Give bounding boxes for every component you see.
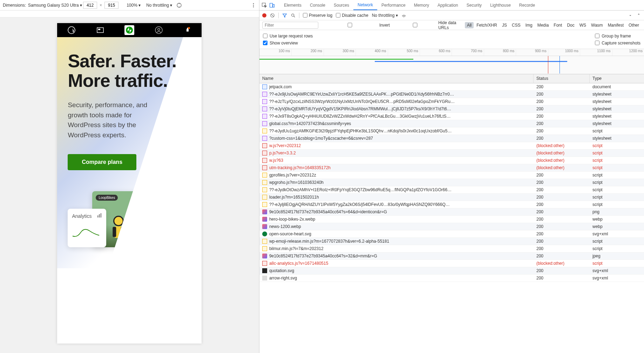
- reader-icon[interactable]: [96, 26, 104, 34]
- request-type: webp: [590, 224, 644, 229]
- filter-fetchxhr[interactable]: Fetch/XHR: [474, 22, 499, 28]
- tab-sources[interactable]: Sources: [330, 0, 353, 10]
- column-name[interactable]: Name: [259, 74, 534, 83]
- tab-recorde[interactable]: Recorde: [515, 0, 539, 10]
- filter-manifest[interactable]: Manifest: [606, 22, 626, 28]
- request-row[interactable]: 9e10c8524f17fd737e27b9345a40cc64?s=32&d=…: [259, 252, 644, 260]
- viewport-height-input[interactable]: [104, 2, 118, 9]
- request-row[interactable]: ??-eJx9T8sOgkAQ+yHHiUIUD8ZvWZZxWdwH2RnY+…: [259, 113, 644, 120]
- filter-font[interactable]: Font: [551, 22, 564, 28]
- svg-rect-20: [270, 3, 272, 7]
- request-row[interactable]: loader.js?m=1651502011h200script: [259, 194, 644, 201]
- request-row[interactable]: w.js?63(blocked:other)script: [259, 157, 644, 164]
- request-row[interactable]: jetpack.com200document: [259, 83, 644, 91]
- request-row[interactable]: p.js?ver=3.3.2(blocked:other)script: [259, 150, 644, 157]
- timeline-overview[interactable]: 100 ms200 ms300 ms400 ms500 ms600 ms700 …: [259, 49, 644, 74]
- request-row[interactable]: ??-eJyVj0tuQjEMRTdUYyqVQgdV15KPIRriJIodA…: [259, 105, 644, 113]
- request-row[interactable]: utm-tracking.js?m=1649335172h(blocked:ot…: [259, 164, 644, 172]
- import-har-icon[interactable]: [628, 13, 633, 18]
- network-table-header: Name Status Type: [259, 74, 644, 83]
- request-row[interactable]: bilmur.min.js?i=7&m=202312200script: [259, 245, 644, 252]
- export-har-icon[interactable]: [636, 13, 641, 18]
- request-row[interactable]: ?custom-css=1&csblog=1moTy&cscache=6&csr…: [259, 135, 644, 142]
- expand-icon[interactable]: «: [182, 180, 185, 186]
- request-row[interactable]: ??-eJzTLy/QzcxLzilNSS3WzyrWz01NyUxMzUnNT…: [259, 98, 644, 105]
- request-row[interactable]: arrow-right.svg200svg+xml: [259, 275, 644, 282]
- devtools-tabs: ElementsConsoleSourcesNetworkPerformance…: [259, 0, 644, 11]
- kebab-menu-icon[interactable]: [251, 2, 256, 8]
- request-row[interactable]: ??-eJydUu1ugzAMfKGFiE3t2I9pjzIFYqhpEjPHK…: [259, 127, 644, 135]
- network-request-list[interactable]: jetpack.com200document??-eJx9jUsOwjAMRC9…: [259, 83, 644, 353]
- request-row[interactable]: ??-eJydkOtOwzAMhV+I1ERoIz+IR0FpYrqE3GQ7Z…: [259, 186, 644, 194]
- group-by-frame-checkbox[interactable]: Group by frame: [595, 34, 640, 39]
- filter-media[interactable]: Media: [535, 22, 551, 28]
- throttling-selector[interactable]: No throttling ▾: [146, 3, 172, 8]
- filter-css[interactable]: CSS: [510, 22, 523, 28]
- show-overview-checkbox[interactable]: Show overview: [263, 41, 313, 46]
- wordpress-icon[interactable]: [67, 26, 76, 34]
- disable-cache-checkbox[interactable]: Disable cache: [336, 13, 368, 18]
- search-icon[interactable]: [291, 13, 296, 18]
- svg-rect-21: [273, 4, 274, 7]
- hide-data-urls-checkbox[interactable]: Hide data URLs: [393, 20, 461, 30]
- invert-checkbox[interactable]: Invert: [322, 23, 390, 28]
- tab-network[interactable]: Network: [353, 0, 377, 10]
- request-name: hero-loop-bikes-2x.webp: [269, 217, 315, 222]
- request-row[interactable]: w.js?ver=202312(blocked:other)script: [259, 142, 644, 150]
- network-throttling-selector[interactable]: No throttling ▾: [372, 13, 398, 18]
- preserve-log-checkbox[interactable]: Preserve log: [303, 13, 332, 18]
- inspect-element-icon[interactable]: [262, 2, 267, 8]
- chart-icon: [97, 213, 102, 218]
- large-rows-checkbox[interactable]: Use large request rows: [263, 34, 313, 39]
- request-row[interactable]: wp-emoji-release.min.js?m=1677072837h&ve…: [259, 238, 644, 245]
- record-button[interactable]: [262, 13, 266, 18]
- filter-all[interactable]: All: [465, 22, 474, 28]
- request-row[interactable]: hero-loop-bikes-2x.webp200webp: [259, 216, 644, 223]
- file-type-icon: [262, 231, 267, 236]
- request-row[interactable]: global.css?m=1420737423h&cssminify=yes20…: [259, 120, 644, 127]
- request-row[interactable]: 9e10c8524f17fd737e27b9345a40cc64?s=64&d=…: [259, 208, 644, 216]
- tab-lighthouse[interactable]: Lighthouse: [486, 0, 515, 10]
- tab-elements[interactable]: Elements: [280, 0, 306, 10]
- request-row[interactable]: gprofiles.js?ver=202312z200script: [259, 172, 644, 179]
- device-toggle-icon[interactable]: [269, 2, 275, 8]
- request-row[interactable]: quotation.svg200svg+xml: [259, 267, 644, 275]
- filter-doc[interactable]: Doc: [565, 22, 576, 28]
- device-selector[interactable]: Samsung Galaxy S20 Ultra ▾: [28, 3, 82, 8]
- zoom-selector[interactable]: 100% ▾: [127, 3, 141, 8]
- request-row[interactable]: a8c-analytics.js?v=1671480515(blocked:ot…: [259, 260, 644, 267]
- viewport-width-input[interactable]: [83, 2, 97, 9]
- tab-application[interactable]: Application: [433, 0, 462, 10]
- tab-console[interactable]: Console: [306, 0, 330, 10]
- notification-icon[interactable]: [183, 26, 192, 34]
- boost-card[interactable]: Boost « 94: [149, 177, 188, 226]
- compare-plans-button[interactable]: Compare plans: [68, 154, 136, 170]
- tab-performance[interactable]: Performance: [377, 0, 410, 10]
- column-status[interactable]: Status: [534, 74, 590, 83]
- analytics-card[interactable]: Analytics: [68, 209, 106, 247]
- filter-funnel-icon[interactable]: [282, 13, 287, 18]
- column-type[interactable]: Type: [590, 74, 644, 83]
- clear-icon[interactable]: [270, 13, 275, 18]
- network-conditions-icon[interactable]: [401, 13, 406, 18]
- request-row[interactable]: news-1200.webp200webp: [259, 223, 644, 230]
- file-type-icon: [262, 187, 267, 192]
- request-row[interactable]: wpgroho.js?m=1610363240h200script: [259, 179, 644, 186]
- tab-security[interactable]: Security: [462, 0, 486, 10]
- request-row[interactable]: ??-eJylj8EOgjAQRH/IdZUY1IPxW5YygZa2kO6S/…: [259, 201, 644, 208]
- filter-img[interactable]: Img: [523, 22, 535, 28]
- file-type-icon: [262, 217, 267, 222]
- rotate-icon[interactable]: [176, 2, 182, 8]
- file-type-icon: [262, 224, 267, 229]
- capture-screenshots-checkbox[interactable]: Capture screenshots: [595, 41, 640, 46]
- jetpack-logo-icon[interactable]: [124, 25, 134, 35]
- filter-input[interactable]: [262, 22, 318, 29]
- filter-ws[interactable]: WS: [577, 22, 588, 28]
- filter-other[interactable]: Other: [626, 22, 641, 28]
- avatar-icon[interactable]: [155, 26, 163, 34]
- filter-js[interactable]: JS: [500, 22, 509, 28]
- filter-wasm[interactable]: Wasm: [589, 22, 605, 28]
- request-row[interactable]: ??-eJx9jUsOwjAMRC9EYirUzwZxIiY1rcH5KE5a9…: [259, 91, 644, 98]
- request-row[interactable]: open-source-heart.svg200svg+xml: [259, 230, 644, 238]
- tab-memory[interactable]: Memory: [410, 0, 433, 10]
